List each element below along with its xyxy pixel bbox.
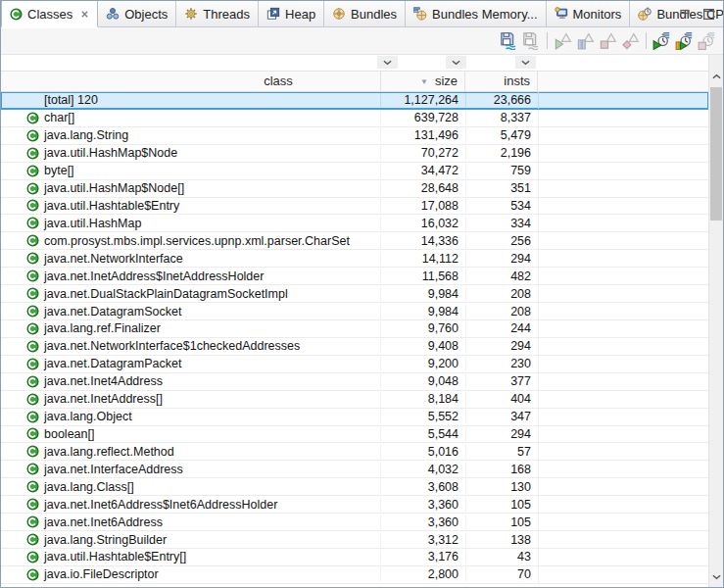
vertical-scrollbar[interactable] (708, 55, 723, 588)
row-filler (538, 549, 708, 565)
table-row[interactable]: java.net.InetAddress[]8,184404 (1, 391, 708, 409)
table-row[interactable]: java.lang.String131,4965,479 (1, 127, 708, 145)
scrollbar-thumb[interactable] (710, 87, 722, 220)
size-cell: 8,184 (380, 392, 465, 406)
class-icon (26, 515, 39, 528)
table-row[interactable]: byte[]34,472759 (1, 163, 708, 180)
class-name: java.net.Inet6Address (44, 515, 163, 529)
table-row[interactable]: java.lang.Class[]3,608130 (1, 478, 708, 496)
filter-combo-size[interactable] (446, 56, 466, 69)
tab-monitors[interactable]: Monitors (547, 1, 631, 26)
table-row[interactable]: java.util.Hashtable$Entry17,088534 (1, 198, 708, 216)
tab-threads[interactable]: Threads (176, 1, 259, 26)
column-header-size-label: size (435, 74, 458, 88)
row-filler (538, 92, 708, 109)
tab-label: Classes (27, 7, 72, 22)
table-row[interactable]: java.net.InterfaceAddress4,032168 (1, 461, 708, 478)
table-row[interactable]: java.lang.reflect.Method5,01657 (1, 443, 708, 461)
class-name: boolean[] (44, 427, 94, 441)
table-row[interactable]: java.lang.Object5,552347 (1, 409, 708, 426)
stop-cpu-profiling-button[interactable] (696, 29, 718, 52)
start-delta-button[interactable] (552, 29, 574, 52)
table-row[interactable]: java.util.HashMap$Node70,2722,196 (1, 145, 708, 163)
table-row[interactable]: java.net.NetworkInterface$1checkedAddres… (1, 338, 708, 356)
class-icon (26, 270, 39, 282)
class-icon (26, 375, 39, 388)
class-name: java.net.InetAddress$InetAddressHolder (44, 270, 264, 283)
row-filler (538, 356, 708, 372)
insts-cell: 404 (465, 392, 538, 406)
table-row[interactable]: java.lang.StringBuilder3,312138 (1, 531, 708, 549)
chevron-down-icon (521, 60, 530, 66)
size-cell: 11,568 (380, 270, 465, 283)
table-row[interactable]: com.prosyst.mbs.impl.services.upnp.xml.p… (1, 232, 708, 250)
size-cell: 9,984 (380, 287, 465, 301)
size-cell: 5,016 (380, 445, 465, 459)
class-icon (26, 533, 39, 546)
tab-bundles[interactable]: Bundles (324, 1, 406, 26)
table-row[interactable]: java.net.Inet4Address9,048377 (1, 373, 708, 391)
maximize-button[interactable] (700, 6, 717, 22)
class-name: java.util.HashMap$Node[] (44, 181, 184, 195)
table-row[interactable]: boolean[]5,544294 (1, 426, 708, 444)
insts-cell: 351 (465, 181, 538, 195)
save-snapshot-alt-button[interactable] (520, 29, 543, 52)
insts-cell: 208 (465, 287, 538, 301)
class-name: java.net.InterfaceAddress (44, 463, 183, 476)
table-row[interactable]: java.net.InetAddress$InetAddressHolder11… (1, 268, 708, 285)
filter-combo-class[interactable] (377, 56, 398, 69)
table-row[interactable]: java.util.HashMap$Node[]28,648351 (1, 180, 708, 198)
table-row[interactable]: java.net.DatagramPacket9,200230 (1, 356, 708, 373)
row-filler (538, 163, 708, 179)
start-cpu-profiling-button[interactable] (651, 29, 673, 52)
resume-cpu-profiling-button[interactable] (673, 29, 696, 52)
class-name: java.util.HashMap$Node (44, 146, 177, 160)
table-row[interactable]: java.net.DualStackPlainDatagramSocketImp… (1, 285, 708, 303)
class-icon (26, 551, 39, 564)
table-row[interactable]: java.net.Inet6Address$Inet6AddressHolder… (1, 496, 708, 514)
pause-delta-button[interactable] (574, 29, 597, 52)
table-row[interactable]: java.net.DatagramSocket9,984208 (1, 303, 708, 320)
table-row[interactable]: java.net.Inet6Address3,360105 (1, 514, 708, 531)
bundles-icon (332, 7, 346, 21)
table-row[interactable]: java.io.FileDescriptor2,80070 (1, 566, 708, 584)
table-row[interactable]: java.util.HashMap16,032334 (1, 215, 708, 232)
table-row[interactable]: java.util.Hashtable$Entry[]3,17643 (1, 549, 708, 566)
class-icon (26, 199, 39, 212)
tab-bundles-memory[interactable]: Bundles Memory... (406, 1, 546, 26)
stop-delta-button[interactable] (597, 29, 619, 52)
insts-cell: 5,479 (465, 128, 538, 142)
scrollbar-down-icon[interactable] (709, 569, 723, 585)
row-filler (538, 145, 708, 162)
tab-objects[interactable]: Objects (98, 1, 176, 26)
table-row[interactable]: char[]639,7288,337 (1, 110, 708, 127)
table-row[interactable]: java.lang.ref.Finalizer9,760244 (1, 320, 708, 338)
table-row[interactable]: java.net.NetworkInterface14,112294 (1, 250, 708, 268)
row-filler (538, 426, 708, 443)
reset-delta-button[interactable] (619, 29, 642, 52)
insts-cell: 2,196 (465, 146, 538, 160)
class-cell: java.lang.Class[] (1, 480, 380, 494)
size-cell: 9,408 (380, 339, 465, 353)
toolbar-separator (547, 32, 548, 49)
table-row-total[interactable]: [total] 1201,127,26423,666 (1, 92, 708, 110)
insts-cell: 294 (465, 427, 538, 441)
tab-heap[interactable]: Heap (259, 1, 324, 26)
row-filler (538, 127, 708, 144)
column-header-class[interactable]: class (1, 72, 380, 91)
sort-desc-icon: ▼ (420, 77, 428, 86)
column-header-insts[interactable]: insts (465, 72, 538, 91)
save-snapshot-button[interactable] (498, 29, 520, 52)
tab-classes[interactable]: Classes (1, 1, 98, 27)
class-cell: java.lang.String (1, 128, 380, 142)
row-filler (538, 409, 708, 425)
class-icon (26, 445, 39, 458)
close-icon[interactable] (80, 10, 89, 19)
scrollbar-up-icon[interactable] (709, 69, 723, 84)
size-cell: 9,048 (380, 374, 465, 388)
class-cell: java.lang.reflect.Method (1, 445, 380, 459)
class-icon (26, 393, 39, 406)
filter-combo-insts[interactable] (515, 56, 536, 69)
column-header-size[interactable]: ▼size (380, 72, 465, 91)
minimize-button[interactable] (676, 6, 694, 22)
